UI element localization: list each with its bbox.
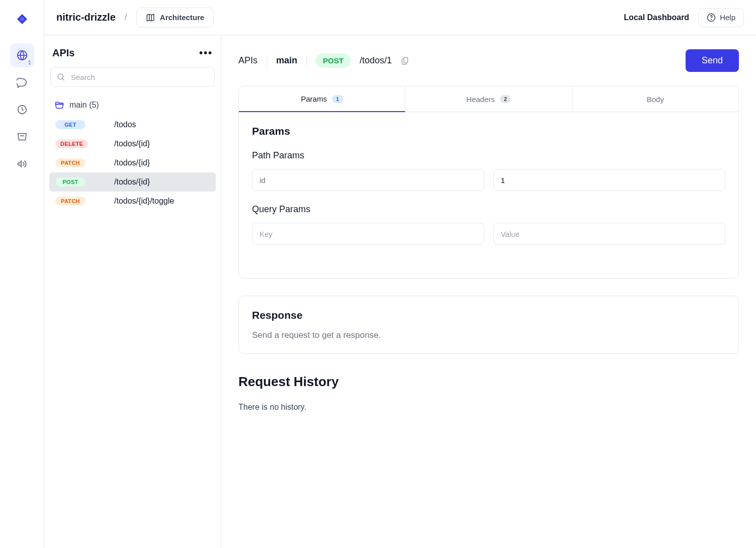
folder-open-icon — [54, 100, 64, 110]
path-param-key — [252, 169, 484, 191]
response-placeholder: Send a request to get a response. — [252, 330, 725, 340]
nav-schedules[interactable] — [10, 98, 34, 122]
method-badge: PATCH — [55, 197, 86, 206]
params-title: Params — [252, 125, 725, 137]
nav-announce[interactable] — [10, 152, 34, 176]
crumb-api-name[interactable]: main — [276, 55, 297, 66]
sidebar-more-button[interactable]: ••• — [199, 47, 213, 59]
route-item[interactable]: PATCH/todos/{id}/toggle — [49, 192, 216, 211]
top-bar: nitric-drizzle / Architecture Local Dash… — [44, 0, 756, 35]
dashboard-mode-label: Local Dashboard — [624, 13, 689, 22]
nav-apis-badge: 1 — [28, 60, 31, 65]
response-card: Response Send a request to get a respons… — [238, 296, 739, 354]
project-name: nitric-drizzle — [56, 12, 116, 23]
tab-headers-label: Headers — [466, 95, 495, 104]
help-label: Help — [720, 13, 735, 22]
route-path: /todos/{id} — [114, 177, 210, 187]
sidebar: APIs ••• main (5) GET/todosDELETE/todos/… — [44, 35, 221, 548]
route-path: /todos/{id} — [114, 139, 210, 148]
crumb-path: /todos/1 — [360, 55, 392, 66]
search-icon — [56, 72, 65, 81]
breadcrumb: APIs main POST /todos/1 — [238, 53, 410, 68]
svg-point-4 — [58, 74, 63, 79]
nav-rail: 1 — [0, 0, 44, 548]
sidebar-title: APIs — [52, 47, 74, 59]
method-badge: DELETE — [55, 139, 88, 148]
query-param-value[interactable] — [493, 223, 726, 245]
svg-point-3 — [711, 19, 712, 20]
app-logo — [10, 7, 34, 31]
method-badge: POST — [55, 177, 86, 187]
nav-chat[interactable] — [10, 70, 34, 95]
nav-storage[interactable] — [10, 125, 34, 149]
tab-params-label: Params — [301, 95, 327, 103]
route-item[interactable]: PATCH/todos/{id} — [49, 153, 216, 172]
route-item[interactable]: DELETE/todos/{id} — [49, 134, 216, 153]
route-path: /todos/{id} — [114, 158, 210, 167]
history-empty: There is no history. — [238, 403, 739, 412]
tab-headers[interactable]: Headers 2 — [405, 86, 572, 112]
query-params-title: Query Params — [252, 204, 725, 215]
copy-path-button[interactable] — [401, 56, 410, 65]
map-icon — [146, 13, 155, 22]
api-group-main[interactable]: main (5) — [49, 95, 216, 115]
help-button[interactable]: Help — [698, 8, 744, 27]
help-icon — [707, 13, 716, 22]
path-params-title: Path Params — [252, 150, 725, 161]
tab-body-label: Body — [647, 95, 664, 104]
history-title: Request History — [238, 374, 739, 390]
route-item[interactable]: GET/todos — [49, 115, 216, 134]
architecture-label: Architecture — [160, 13, 204, 22]
tab-params[interactable]: Params 1 — [239, 86, 405, 112]
crumb-method-badge: POST — [316, 53, 351, 68]
send-button[interactable]: Send — [686, 49, 739, 72]
path-param-value[interactable] — [493, 169, 726, 191]
crumb-apis[interactable]: APIs — [238, 55, 258, 66]
breadcrumb-separator: / — [125, 12, 127, 23]
route-path: /todos — [114, 120, 210, 129]
tab-params-count: 1 — [332, 95, 343, 103]
tab-headers-count: 2 — [500, 95, 511, 103]
request-panel: APIs main POST /todos/1 Send — [221, 35, 756, 548]
nav-apis[interactable]: 1 — [10, 43, 34, 67]
tab-body[interactable]: Body — [572, 86, 738, 112]
svg-rect-5 — [404, 57, 408, 63]
route-item[interactable]: POST/todos/{id} — [49, 172, 216, 192]
route-path: /todos/{id}/toggle — [114, 197, 210, 206]
api-group-label: main (5) — [69, 101, 99, 110]
method-badge: PATCH — [55, 158, 86, 167]
search-input[interactable] — [50, 67, 215, 87]
response-title: Response — [252, 309, 725, 321]
method-badge: GET — [55, 120, 86, 129]
architecture-button[interactable]: Architecture — [136, 8, 214, 28]
query-param-key[interactable] — [252, 223, 484, 245]
